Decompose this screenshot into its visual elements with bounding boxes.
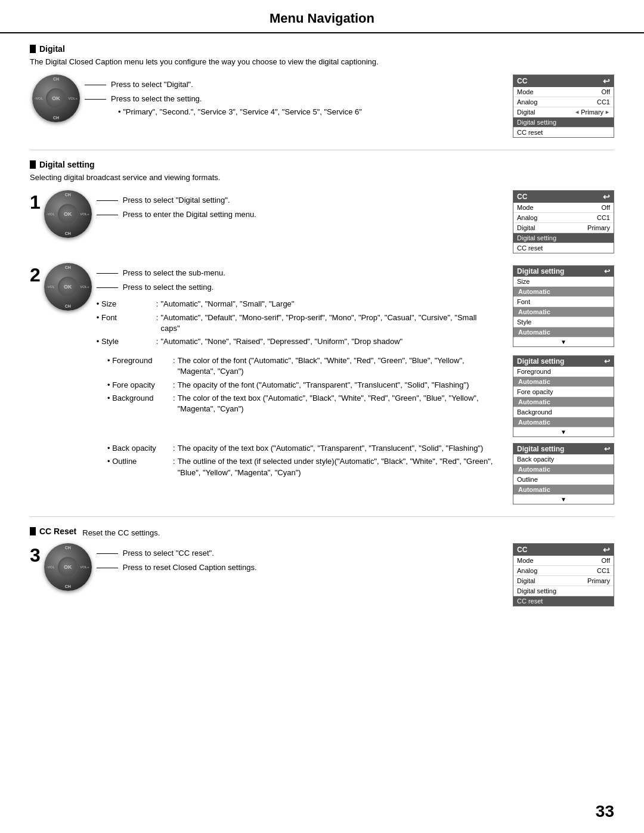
ds-panel-size-header: Digital setting ↩	[513, 266, 614, 277]
cc-title: CC	[517, 77, 527, 85]
cc-row-mode: Mode Off	[513, 87, 614, 97]
cc-ccreset-mode: Mode Off	[513, 556, 614, 566]
cc-reset-header: CC Reset	[30, 527, 76, 536]
page-number: 33	[596, 802, 614, 821]
dial-ch-ccreset: CH	[65, 546, 71, 550]
cc-row-ccreset: CC reset	[513, 128, 614, 137]
step-1-number: 1	[30, 193, 41, 212]
bullet-style: • Style : "Automatic", "None", "Raised",…	[97, 336, 495, 347]
ds-size-auto: Automatic	[513, 287, 614, 297]
cc-ds1-title: CC	[517, 193, 527, 201]
cc-ds1-digitalsetting: Digital setting	[513, 233, 614, 243]
ds-style-row: Style	[513, 317, 614, 327]
ds-bo-block: • Back opacity : The opacity of the text…	[30, 443, 614, 504]
ds-font-auto: Automatic	[513, 307, 614, 317]
digital-bullet-text: "Primary", "Second.", "Service 3", "Serv…	[123, 107, 362, 116]
cc-row-analog: Analog CC1	[513, 97, 614, 107]
dial-dw-label: CH	[53, 116, 59, 120]
cc-ds1-analog-label: Analog	[517, 214, 537, 221]
dial-vol-l-ccreset: -VOL	[47, 565, 55, 569]
digital-setting-header: Digital setting	[30, 160, 614, 169]
bullet-bo-label: • Back opacity	[107, 443, 173, 454]
sep1	[30, 150, 614, 150]
ds-bo-title: Digital setting	[517, 445, 564, 453]
dial-ok-1[interactable]: OK	[58, 204, 78, 224]
bullet-outline: • Outline : The outline of the text (if …	[107, 456, 495, 478]
dial-dw-ccreset: CH	[65, 584, 71, 589]
cc-ccreset-digital-label: Digital	[517, 577, 535, 584]
cc-ds1-ccreset: CC reset	[513, 243, 614, 253]
ds-fg-text: • Foreground : The color of the font ("A…	[107, 355, 495, 417]
cc-ccreset-mode-val: Off	[602, 557, 610, 564]
digital-setting-section: Digital setting Selecting digital broadc…	[30, 160, 614, 504]
ds-panel-bo-header: Digital setting ↩	[513, 444, 614, 454]
cc-ds1-digital-label: Digital	[517, 224, 535, 231]
ds-fo-row: Fore opacity	[513, 387, 614, 397]
dial-ok-btn[interactable]: OK	[46, 88, 66, 109]
cc-ds1-mode: Mode Off	[513, 203, 614, 213]
cc-row-digital-setting: Digital setting	[513, 117, 614, 128]
cc-digital-label: Digital	[517, 109, 535, 116]
ds-panel-size: Digital setting ↩ Size Automatic Font Au…	[513, 265, 614, 347]
ds-outline-auto: Automatic	[513, 485, 614, 495]
cc-digital-arrows: ◄ Primary ►	[574, 109, 610, 116]
ds-fo-auto: Automatic	[513, 397, 614, 407]
ds-fg-row: Foreground	[513, 367, 614, 377]
cc-ccreset-label: CC reset	[517, 129, 543, 136]
cc-ds1-mode-val: Off	[602, 204, 610, 211]
dial-vol-l-1: -VOL	[47, 212, 55, 216]
dial-dw-label-2: CH	[65, 304, 71, 308]
colon-fo: :	[173, 380, 175, 391]
dial-ch-label-2: CH	[65, 265, 71, 270]
bullet-fo-content: The opacity of the font ("Automatic", "T…	[178, 380, 495, 391]
ds-bullets-size-font-style: • Size : "Automatic", "Normal", "Small",…	[97, 299, 495, 349]
ds-background-row: Background	[513, 407, 614, 417]
colon-size: :	[156, 299, 159, 309]
bullet-font: • Font : "Automatic", "Default", "Mono-s…	[97, 312, 495, 334]
ds-style-auto: Automatic	[513, 327, 614, 337]
ds-step1-left: 1 CH CH -VOL VOL+ OK Press to select	[30, 190, 501, 238]
cc-panel-digital-inner: CC ↩ Mode Off Analog CC1 Digital ◄	[513, 75, 614, 138]
ds-step2-select-sub: Press to select the sub-menu.	[123, 268, 225, 278]
cc-ccreset-ds-label: Digital setting	[517, 587, 556, 594]
ds-panel-fg: Digital setting ↩ Foreground Automatic F…	[513, 355, 614, 437]
digital-desc: The Digital Closed Caption menu lets you…	[30, 57, 614, 66]
bullet-foreground: • Foreground : The color of the font ("A…	[107, 355, 495, 377]
bullet-fg-label: • Foreground	[107, 355, 173, 377]
cc-analog-value: CC1	[597, 98, 610, 106]
cc-ds1-ds-label: Digital setting	[517, 234, 556, 241]
ds-bo-auto: Automatic	[513, 465, 614, 475]
dial-vol-r-ccreset: VOL+	[80, 565, 89, 569]
dial-ds-step2: CH CH -VOL VOL+ OK	[44, 263, 92, 311]
return-icon-bo: ↩	[604, 445, 610, 453]
dial-ch-label-1: CH	[65, 193, 71, 197]
dial-vol-l: -VOL	[35, 97, 43, 100]
ds-panel-bo: Digital setting ↩ Back opacity Automatic…	[513, 443, 614, 504]
colon-outline: :	[173, 456, 175, 478]
bullet-font-label: • Font	[97, 312, 156, 334]
cc-mode-label: Mode	[517, 88, 534, 95]
dial-ch-label: CH	[53, 77, 59, 81]
ds-panel-size-inner: Digital setting ↩ Size Automatic Font Au…	[513, 265, 614, 347]
dial-ok-ccreset[interactable]: OK	[58, 557, 78, 577]
ds-fg-auto: Automatic	[513, 377, 614, 387]
digital-setting-desc: Selecting digital broadcast service and …	[30, 173, 614, 182]
bullet-bg-label: • Background	[107, 393, 173, 414]
cc-panel-ds1-header: CC ↩	[513, 191, 614, 203]
cc-ccreset-ccreset: CC reset	[513, 596, 614, 606]
colon-style: :	[156, 336, 159, 347]
cc-ds1-analog-val: CC1	[597, 214, 610, 221]
cc-ds1-mode-label: Mode	[517, 204, 534, 211]
bullet-bo-content: The opacity of the text box ("Automatic"…	[178, 443, 495, 454]
cc-analog-label: Analog	[517, 98, 537, 106]
step-3-number: 3	[30, 546, 41, 565]
sep2	[30, 516, 614, 517]
cc-panel-ccreset-inner: CC ↩ Mode Off Analog CC1 Digital Primary	[513, 543, 614, 606]
dial-ds-step1: CH CH -VOL VOL+ OK	[44, 190, 92, 238]
ds-step1-select: Press to select "Digital setting".	[123, 195, 230, 206]
ds-step1-enter: Press to enter the Digital setting menu.	[123, 209, 256, 220]
dial-ok-2[interactable]: OK	[58, 277, 78, 297]
bullet-size-label: • Size	[97, 299, 156, 309]
dial-digital: CH CH -VOL VOL+ OK	[32, 75, 80, 122]
return-icon-fg: ↩	[604, 357, 610, 366]
